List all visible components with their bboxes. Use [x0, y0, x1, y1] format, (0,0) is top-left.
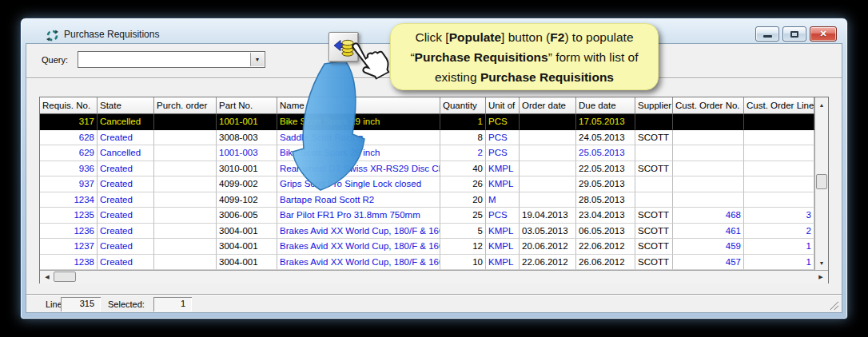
cell-quantity[interactable]: 40 [440, 161, 486, 177]
cell-purch_order[interactable] [154, 192, 217, 208]
cell-order_date[interactable]: 22.06.2012 [520, 255, 576, 271]
cell-order_date[interactable] [520, 161, 576, 177]
cell-part_no[interactable]: 4099-102 [217, 192, 277, 208]
cell-part_no[interactable]: 3004-001 [217, 224, 277, 240]
cell-name[interactable]: Brakes Avid XX World Cup, 180/F & 160 [277, 224, 440, 240]
cell-purch_order[interactable] [154, 130, 217, 146]
table-row-1238[interactable]: 1238Created3004-001Brakes Avid XX World … [40, 255, 814, 271]
cell-state[interactable]: Created [98, 239, 154, 255]
cell-name[interactable]: Brakes Avid XX World Cup, 180/F & 160 [277, 239, 440, 255]
cell-cust_order_line[interactable]: 1 [744, 239, 814, 255]
cell-cust_order_line[interactable] [744, 161, 814, 177]
column-header-requis_no[interactable]: Requis. No. [40, 97, 98, 114]
cell-quantity[interactable]: 8 [440, 130, 486, 146]
cell-quantity[interactable]: 20 [440, 192, 486, 208]
table-row-628[interactable]: 628Created3008-003Saddle Scott Racing8PC… [40, 130, 814, 146]
cell-cust_order_no[interactable] [673, 161, 744, 177]
column-header-cust_order_no[interactable]: Cust. Order No. [673, 97, 744, 114]
cell-cust_order_no[interactable] [673, 145, 744, 161]
horizontal-scroll-thumb[interactable] [54, 272, 76, 282]
cell-requis_no[interactable]: 628 [40, 130, 98, 146]
cell-purch_order[interactable] [154, 255, 217, 271]
cell-name[interactable]: Bar Pilot FR1 Pro 31.8mm 750mm [277, 208, 440, 224]
combo-dropdown-button[interactable]: ▼ [250, 53, 264, 66]
table-row-629[interactable]: 629Cancelled1001-003Bike Scott Spark 26 … [40, 145, 814, 161]
maximize-button[interactable] [782, 26, 806, 42]
column-header-due_date[interactable]: Due date [576, 97, 635, 114]
cell-purch_order[interactable] [154, 239, 217, 255]
cell-unit[interactable]: PCS [486, 208, 520, 224]
cell-unit[interactable]: KMPL [486, 176, 520, 192]
cell-requis_no[interactable]: 1234 [40, 192, 98, 208]
cell-purch_order[interactable] [154, 145, 217, 161]
cell-due_date[interactable]: 06.05.2013 [576, 224, 635, 240]
cell-supplier[interactable]: SCOTT [635, 130, 673, 146]
cell-cust_order_no[interactable]: 459 [673, 239, 744, 255]
cell-cust_order_line[interactable]: 2 [744, 224, 814, 240]
cell-name[interactable]: Brakes Avid XX World Cup, 180/F & 160 [277, 255, 440, 271]
cell-state[interactable]: Created [98, 161, 154, 177]
column-header-part_no[interactable]: Part No. [217, 97, 277, 114]
cell-due_date[interactable]: 17.05.2013 [576, 114, 635, 130]
scroll-right-icon[interactable]: ▶ [814, 271, 827, 283]
column-header-order_date[interactable]: Order date [520, 97, 576, 114]
cell-due_date[interactable]: 22.06.2012 [576, 239, 635, 255]
cell-order_date[interactable] [520, 176, 576, 192]
cell-supplier[interactable] [635, 176, 673, 192]
cell-cust_order_no[interactable] [673, 114, 744, 130]
cell-cust_order_no[interactable]: 468 [673, 208, 744, 224]
cell-state[interactable]: Created [98, 224, 154, 240]
cell-unit[interactable]: KMPL [486, 255, 520, 271]
cell-order_date[interactable] [520, 192, 576, 208]
cell-due_date[interactable]: 23.04.2013 [576, 208, 635, 224]
cell-part_no[interactable]: 1001-003 [217, 145, 277, 161]
close-button[interactable]: ✕ [810, 26, 837, 42]
cell-due_date[interactable]: 24.05.2013 [576, 130, 635, 146]
cell-state[interactable]: Cancelled [98, 114, 154, 130]
cell-due_date[interactable]: 22.05.2013 [576, 161, 635, 177]
cell-cust_order_line[interactable] [744, 176, 814, 192]
cell-supplier[interactable]: SCOTT [635, 161, 673, 177]
cell-supplier[interactable] [635, 192, 673, 208]
cell-order_date[interactable]: 19.04.2013 [520, 208, 576, 224]
cell-unit[interactable]: KMPL [486, 224, 520, 240]
scroll-up-icon[interactable]: ▲ [815, 98, 828, 111]
cell-supplier[interactable]: SCOTT [635, 239, 673, 255]
vertical-scrollbar[interactable]: ▲ ▼ [814, 97, 828, 270]
column-header-state[interactable]: State [98, 97, 154, 114]
table-row-1236[interactable]: 1236Created3004-001Brakes Avid XX World … [40, 224, 814, 240]
cell-part_no[interactable]: 3008-003 [217, 130, 277, 146]
cell-part_no[interactable]: 3004-001 [217, 255, 277, 271]
column-header-quantity[interactable]: Quantity [440, 97, 486, 114]
cell-unit[interactable]: M [486, 192, 520, 208]
cell-requis_no[interactable]: 629 [40, 145, 98, 161]
cell-cust_order_line[interactable] [744, 130, 814, 146]
cell-part_no[interactable]: 4099-002 [217, 176, 277, 192]
cell-requis_no[interactable]: 1236 [40, 224, 98, 240]
column-header-supplier[interactable]: Supplier [635, 97, 673, 114]
cell-order_date[interactable] [520, 145, 576, 161]
query-combobox[interactable]: ▼ [78, 51, 265, 68]
scroll-down-icon[interactable]: ▼ [815, 256, 828, 269]
table-row-936[interactable]: 936Created3010-001Rear wheel DT Swiss XR… [40, 161, 814, 177]
cell-quantity[interactable]: 26 [440, 176, 486, 192]
cell-cust_order_line[interactable]: 1 [744, 255, 814, 271]
cell-supplier[interactable]: SCOTT [635, 255, 673, 271]
cell-cust_order_no[interactable] [673, 130, 744, 146]
cell-quantity[interactable]: 1 [440, 114, 486, 130]
cell-supplier[interactable] [635, 145, 673, 161]
cell-order_date[interactable]: 20.06.2012 [520, 239, 576, 255]
cell-due_date[interactable]: 29.05.2013 [576, 176, 635, 192]
minimize-button[interactable] [755, 26, 779, 42]
cell-cust_order_no[interactable] [673, 176, 744, 192]
cell-requis_no[interactable]: 317 [40, 114, 98, 130]
cell-cust_order_no[interactable]: 457 [673, 255, 744, 271]
cell-state[interactable]: Cancelled [98, 145, 154, 161]
scroll-left-icon[interactable]: ◀ [41, 271, 54, 283]
cell-cust_order_no[interactable] [673, 192, 744, 208]
cell-purch_order[interactable] [154, 114, 217, 130]
cell-quantity[interactable]: 10 [440, 255, 486, 271]
table-row-1235[interactable]: 1235Created3006-005Bar Pilot FR1 Pro 31.… [40, 208, 814, 224]
cell-purch_order[interactable] [154, 208, 217, 224]
cell-due_date[interactable]: 26.06.2012 [576, 255, 635, 271]
